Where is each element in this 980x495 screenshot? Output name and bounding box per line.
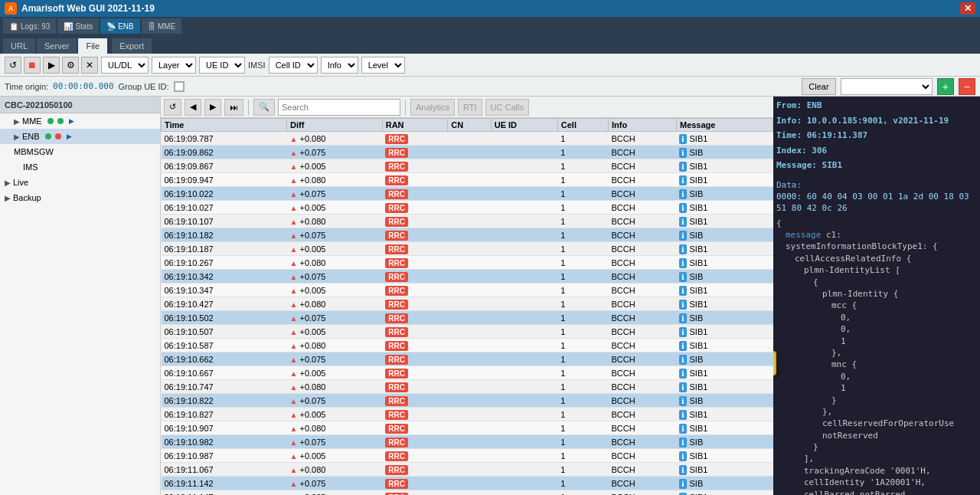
rp-mcc-0b: 0, bbox=[776, 323, 977, 335]
table-row[interactable]: 06:19:10.747 ▲ +0.080 RRC 1 BCCH ℹ SIB1 bbox=[162, 380, 773, 394]
cell-ue-id bbox=[491, 215, 557, 228]
sidebar-root-label: CBC-2021050100 bbox=[5, 100, 73, 110]
cell-time: 06:19:10.507 bbox=[162, 325, 287, 339]
add-filter-button[interactable]: + bbox=[937, 78, 954, 95]
stop-icon[interactable]: ⏹ bbox=[24, 57, 41, 74]
table-row[interactable]: 06:19:10.827 ▲ +0.005 RRC 1 BCCH ℹ SIB1 bbox=[162, 408, 773, 421]
sidebar-item-enb[interactable]: ▶ ENB ▶ bbox=[0, 129, 160, 144]
cell-cn bbox=[448, 297, 492, 311]
refresh-msg-button[interactable]: ↺ bbox=[164, 99, 181, 116]
profile-select[interactable] bbox=[841, 78, 933, 95]
enb-button[interactable]: 📡 ENB bbox=[100, 18, 140, 34]
main-area: CBC-2021050100 ▶ MME ▶ ▶ ENB ▶ MBMSGW IM… bbox=[0, 97, 980, 495]
table-row[interactable]: 06:19:10.907 ▲ +0.080 RRC 1 BCCH ℹ SIB1 bbox=[162, 421, 773, 435]
cell-diff: ▲ +0.005 bbox=[287, 159, 383, 173]
sidebar-item-live[interactable]: ▶ Live bbox=[0, 175, 160, 190]
last-button[interactable]: ⏭ bbox=[224, 99, 243, 116]
settings-icon[interactable]: ⚙ bbox=[62, 57, 79, 74]
cell-ran: RRC bbox=[382, 215, 448, 228]
table-row[interactable]: 06:19:09.947 ▲ +0.080 RRC 1 BCCH ℹ SIB1 bbox=[162, 173, 773, 187]
cell-message: ℹ SIB1 bbox=[676, 284, 773, 297]
table-row[interactable]: 06:19:10.347 ▲ +0.005 RRC 1 BCCH ℹ SIB1 bbox=[162, 284, 773, 297]
cell-cell: 1 bbox=[557, 146, 608, 159]
clear-button[interactable]: Clear bbox=[802, 78, 835, 95]
table-row[interactable]: 06:19:11.067 ▲ +0.080 RRC 1 BCCH ℹ SIB1 bbox=[162, 463, 773, 477]
sidebar-header: CBC-2021050100 bbox=[0, 97, 160, 113]
table-row[interactable]: 06:19:10.662 ▲ +0.075 RRC 1 BCCH ℹ SIB bbox=[162, 352, 773, 366]
enb-arrow[interactable]: ▶ bbox=[67, 133, 72, 140]
cell-cell: 1 bbox=[557, 490, 608, 496]
ue-id-select[interactable]: UE ID bbox=[199, 57, 245, 74]
sidebar-item-mbmsgw[interactable]: MBMSGW bbox=[0, 144, 160, 159]
table-row[interactable]: 06:19:10.822 ▲ +0.075 RRC 1 BCCH ℹ SIB bbox=[162, 394, 773, 408]
cell-id-select[interactable]: Cell ID bbox=[269, 57, 318, 74]
analytics-button[interactable]: Analytics bbox=[410, 99, 455, 116]
table-row[interactable]: 06:19:10.587 ▲ +0.080 RRC 1 BCCH ℹ SIB1 bbox=[162, 339, 773, 352]
table-row[interactable]: 06:19:10.667 ▲ +0.005 RRC 1 BCCH ℹ SIB1 bbox=[162, 366, 773, 380]
play-icon[interactable]: ▶ bbox=[43, 57, 60, 74]
uc-calls-button[interactable]: UC Calls bbox=[485, 99, 529, 116]
ul-dl-select[interactable]: UL/DL bbox=[101, 57, 149, 74]
live-label: Live bbox=[13, 178, 28, 187]
table-row[interactable]: 06:19:09.867 ▲ +0.005 RRC 1 BCCH ℹ SIB1 bbox=[162, 159, 773, 173]
table-row[interactable]: 06:19:10.182 ▲ +0.075 RRC 1 BCCH ℹ SIB bbox=[162, 228, 773, 242]
table-row[interactable]: 06:19:10.107 ▲ +0.080 RRC 1 BCCH ℹ SIB1 bbox=[162, 215, 773, 228]
mme-arrow[interactable]: ▶ bbox=[69, 117, 74, 125]
cell-ue-id bbox=[491, 477, 557, 490]
file-tab[interactable]: File bbox=[78, 38, 107, 54]
layer-select[interactable]: Layer bbox=[152, 57, 196, 74]
table-row[interactable]: 06:19:10.982 ▲ +0.075 RRC 1 BCCH ℹ SIB bbox=[162, 435, 773, 449]
stats-button[interactable]: 📊 Stats bbox=[57, 18, 99, 34]
table-row[interactable]: 06:19:10.427 ▲ +0.080 RRC 1 BCCH ℹ SIB1 bbox=[162, 297, 773, 311]
cell-cn bbox=[448, 408, 492, 421]
cell-cell: 1 bbox=[557, 256, 608, 270]
url-tab[interactable]: URL bbox=[3, 38, 35, 54]
info-select[interactable]: Info bbox=[321, 57, 358, 74]
table-row[interactable]: 06:19:09.862 ▲ +0.075 RRC 1 BCCH ℹ SIB bbox=[162, 146, 773, 159]
sidebar-item-ims[interactable]: IMS bbox=[0, 159, 160, 175]
cell-message: ℹ SIB1 bbox=[676, 325, 773, 339]
cell-time: 06:19:10.822 bbox=[162, 394, 287, 408]
table-row[interactable]: 06:19:11.142 ▲ +0.075 RRC 1 BCCH ℹ SIB bbox=[162, 477, 773, 490]
cell-ue-id bbox=[491, 463, 557, 477]
export-button[interactable]: Export bbox=[112, 38, 152, 54]
rti-button[interactable]: RTI bbox=[458, 99, 482, 116]
table-row[interactable]: 06:19:10.507 ▲ +0.005 RRC 1 BCCH ℹ SIB1 bbox=[162, 325, 773, 339]
next-button[interactable]: ▶ bbox=[204, 99, 221, 116]
folder-icon-mme: ▶ bbox=[14, 117, 20, 126]
mme-button[interactable]: 🗄 MME bbox=[142, 18, 181, 34]
cell-time: 06:19:10.182 bbox=[162, 228, 287, 242]
refresh-icon[interactable]: ↺ bbox=[5, 57, 21, 74]
table-row[interactable]: 06:19:10.027 ▲ +0.005 RRC 1 BCCH ℹ SIB1 bbox=[162, 201, 773, 215]
table-row[interactable]: 06:19:10.342 ▲ +0.075 RRC 1 BCCH ℹ SIB bbox=[162, 270, 773, 284]
remove-filter-button[interactable]: − bbox=[959, 78, 975, 95]
cell-diff: ▲ +0.075 bbox=[287, 311, 383, 325]
cell-cn bbox=[448, 352, 492, 366]
cell-info: BCCH bbox=[609, 477, 677, 490]
cell-cn bbox=[448, 490, 492, 496]
close-button[interactable]: ✕ bbox=[960, 2, 975, 15]
table-row[interactable]: 06:19:09.787 ▲ +0.080 RRC 1 BCCH ℹ SIB1 bbox=[162, 132, 773, 146]
table-row[interactable]: 06:19:10.267 ▲ +0.080 RRC 1 BCCH ℹ SIB1 bbox=[162, 256, 773, 270]
cell-info: BCCH bbox=[609, 215, 677, 228]
table-row[interactable]: 06:19:10.187 ▲ +0.005 RRC 1 BCCH ℹ SIB1 bbox=[162, 242, 773, 256]
table-row[interactable]: 06:19:10.987 ▲ +0.005 RRC 1 BCCH ℹ SIB1 bbox=[162, 449, 773, 463]
server-tab[interactable]: Server bbox=[37, 38, 77, 54]
level-select[interactable]: Level bbox=[361, 57, 405, 74]
filter-icon-button[interactable]: 🔍 bbox=[253, 99, 275, 116]
close-panel-icon[interactable]: ✕ bbox=[81, 57, 98, 74]
search-input[interactable] bbox=[278, 99, 400, 116]
cell-ue-id bbox=[491, 242, 557, 256]
logs-button[interactable]: 📋 Logs: 93 bbox=[3, 18, 56, 34]
sidebar-item-backup[interactable]: ▶ Backup bbox=[0, 190, 160, 205]
table-row[interactable]: 06:19:11.147 ▲ +0.005 RRC 1 BCCH ℹ SIB1 bbox=[162, 490, 773, 496]
sidebar-item-mme[interactable]: ▶ MME ▶ bbox=[0, 113, 160, 129]
cell-ran: RRC bbox=[382, 339, 448, 352]
table-row[interactable]: 06:19:10.502 ▲ +0.075 RRC 1 BCCH ℹ SIB bbox=[162, 311, 773, 325]
group-ue-checkbox[interactable] bbox=[174, 81, 185, 92]
cell-info: BCCH bbox=[609, 339, 677, 352]
prev-button[interactable]: ◀ bbox=[185, 99, 201, 116]
table-row[interactable]: 06:19:10.022 ▲ +0.075 RRC 1 BCCH ℹ SIB bbox=[162, 187, 773, 201]
cell-diff: ▲ +0.080 bbox=[287, 297, 383, 311]
cell-diff: ▲ +0.080 bbox=[287, 256, 383, 270]
